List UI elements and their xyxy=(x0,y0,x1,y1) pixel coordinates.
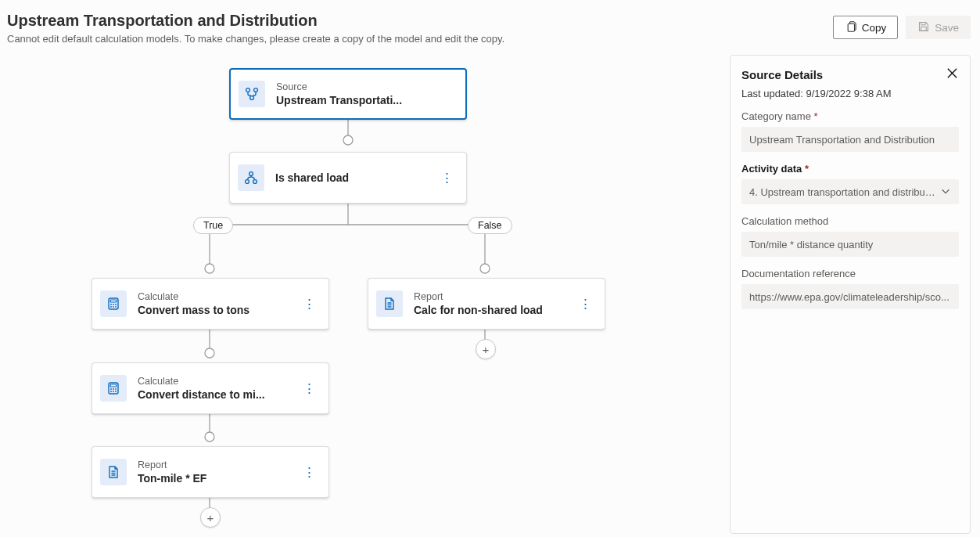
node-title: Upstream Transportati... xyxy=(276,93,458,107)
node-more-button[interactable]: ⋮ xyxy=(298,464,321,481)
node-title: Ton-mile * EF xyxy=(138,471,295,485)
panel-close-button[interactable] xyxy=(946,67,959,83)
chevron-down-icon xyxy=(935,186,951,199)
field-value-activity-dropdown[interactable]: 4. Upstream transportation and distribut… xyxy=(741,179,959,204)
field-value-docref[interactable]: https://www.epa.gov/climateleadership/sc… xyxy=(741,284,959,309)
copy-button[interactable]: Copy xyxy=(833,16,899,39)
flow-source-node[interactable]: Source Upstream Transportati... xyxy=(229,68,467,120)
last-updated-prefix: Last updated: xyxy=(741,88,806,99)
panel-title: Source Details xyxy=(741,68,823,81)
svg-point-17 xyxy=(343,135,353,145)
calculator-icon xyxy=(100,290,127,317)
save-button: Save xyxy=(906,16,971,39)
svg-point-19 xyxy=(205,348,214,358)
condition-icon xyxy=(238,164,264,191)
add-step-button[interactable]: + xyxy=(476,339,496,359)
add-step-button[interactable]: + xyxy=(200,507,221,528)
flow-calc-node[interactable]: Calculate Convert mass to tons ⋮ xyxy=(92,278,329,330)
dropdown-selected-value: 4. Upstream transportation and distribut… xyxy=(749,186,935,198)
branch-icon xyxy=(239,81,265,107)
node-type-label: Calculate xyxy=(138,375,295,387)
svg-point-21 xyxy=(480,264,490,273)
field-label-category: Category name * xyxy=(741,110,959,122)
flow-report-node[interactable]: Report Calc for non-shared load ⋮ xyxy=(368,278,605,330)
node-title: Calc for non-shared load xyxy=(414,303,571,317)
last-updated-value: 9/19/2022 9:38 AM xyxy=(806,88,891,99)
copy-icon xyxy=(845,20,856,34)
svg-point-18 xyxy=(205,264,214,273)
copy-label: Copy xyxy=(862,22,887,34)
save-label: Save xyxy=(935,22,959,34)
source-details-panel: Source Details Last updated: 9/19/2022 9… xyxy=(730,55,971,534)
field-label-activity: Activity data * xyxy=(741,163,959,175)
page-title: Upstream Transportation and Distribution xyxy=(7,12,504,30)
last-updated: Last updated: 9/19/2022 9:38 AM xyxy=(741,88,959,99)
close-icon xyxy=(946,69,959,82)
node-type-label: Source xyxy=(276,81,458,93)
required-asterisk: * xyxy=(805,163,809,175)
branch-false-pill: False xyxy=(468,217,512,234)
node-type-label: Report xyxy=(414,290,571,303)
page-subtitle: Cannot edit default calculation models. … xyxy=(7,33,504,45)
node-type-label: Report xyxy=(138,459,295,471)
node-title: Is shared load xyxy=(275,171,433,185)
node-type-label: Calculate xyxy=(138,290,295,303)
required-asterisk: * xyxy=(814,110,818,122)
node-more-button[interactable]: ⋮ xyxy=(298,296,321,312)
field-label-method: Calculation method xyxy=(741,215,959,227)
node-title: Convert distance to mi... xyxy=(138,387,295,402)
flow-condition-node[interactable]: Is shared load ⋮ xyxy=(229,152,467,204)
report-icon xyxy=(376,290,403,317)
node-title: Convert mass to tons xyxy=(138,303,295,317)
report-icon xyxy=(100,459,127,485)
branch-true-pill: True xyxy=(193,217,233,234)
save-icon xyxy=(917,20,929,34)
node-more-button[interactable]: ⋮ xyxy=(574,296,597,312)
flow-report-node[interactable]: Report Ton-mile * EF ⋮ xyxy=(92,446,329,498)
field-value-method[interactable]: Ton/mile * distance quantity xyxy=(741,232,959,257)
node-more-button[interactable]: ⋮ xyxy=(436,170,458,186)
field-value-category[interactable]: Upstream Transportation and Distribution xyxy=(741,127,959,152)
calculator-icon xyxy=(100,375,127,402)
node-more-button[interactable]: ⋮ xyxy=(298,380,321,397)
flow-calc-node[interactable]: Calculate Convert distance to mi... ⋮ xyxy=(92,362,329,414)
field-label-docref: Documentation reference xyxy=(741,268,959,279)
svg-point-20 xyxy=(205,432,214,441)
